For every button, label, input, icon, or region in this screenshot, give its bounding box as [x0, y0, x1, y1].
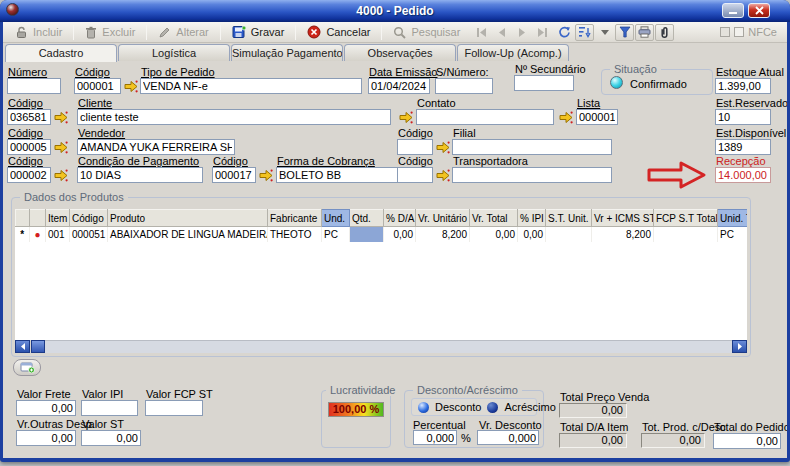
col-produto[interactable]: Produto	[108, 210, 268, 227]
condicao-pagamento-field[interactable]	[77, 167, 203, 183]
add-product-row-button[interactable]	[13, 359, 41, 376]
previous-record-button[interactable]	[492, 24, 511, 41]
cell-vr-unitario[interactable]: 8,200	[416, 227, 470, 242]
cell-qtd-selected[interactable]	[350, 227, 384, 242]
pesquisar-button[interactable]: Pesquisar	[385, 23, 468, 42]
lookup-icon[interactable]	[259, 169, 273, 182]
excluir-button[interactable]: Excluir	[77, 23, 143, 42]
vr-outras-desp-field[interactable]	[16, 430, 76, 446]
title-bar[interactable]: 4000 - Pedido	[0, 0, 790, 22]
col-st-unit[interactable]: S.T. Unit.	[546, 210, 592, 227]
tab-logistica[interactable]: Logística	[118, 44, 230, 61]
data-emissao-field[interactable]	[368, 78, 430, 94]
lookup-icon[interactable]	[54, 141, 68, 154]
cancelar-button[interactable]: Cancelar	[299, 23, 378, 42]
codigo-vendedor-field[interactable]	[7, 139, 51, 155]
cell-produto[interactable]: ABAIXADOR DE LINGUA MADEIRA C/100	[108, 227, 268, 242]
lookup-icon[interactable]	[399, 111, 413, 124]
forma-cobranca-field[interactable]	[276, 167, 404, 183]
codigo-cliente-field[interactable]	[7, 109, 51, 125]
lookup-icon[interactable]	[436, 169, 450, 182]
lookup-icon[interactable]	[54, 111, 68, 124]
lookup-icon[interactable]	[559, 111, 573, 124]
vr-desconto-field[interactable]	[477, 430, 539, 445]
lookup-icon[interactable]	[124, 80, 138, 93]
col-status[interactable]	[30, 210, 46, 227]
col-fcp-st-total[interactable]: FCP S.T Total	[654, 210, 718, 227]
cell-vr-icms-st[interactable]: 8,200	[592, 227, 654, 242]
recepcao-field[interactable]	[715, 167, 771, 183]
n-secundario-field[interactable]	[514, 75, 574, 91]
nfce-checkbox[interactable]	[720, 27, 730, 37]
est-reservado-field[interactable]	[715, 109, 771, 125]
grid-horizontal-scrollbar[interactable]	[15, 340, 747, 353]
col-perc-ipi[interactable]: % IPI	[518, 210, 546, 227]
valor-frete-field[interactable]	[16, 400, 76, 416]
cell-und[interactable]: PC	[322, 227, 350, 242]
nfce-secondary-checkbox[interactable]	[734, 27, 744, 37]
percentual-field[interactable]	[413, 430, 457, 445]
transportadora-field[interactable]	[452, 167, 612, 183]
scroll-thumb[interactable]	[31, 340, 45, 353]
tab-observacoes[interactable]: Observações	[344, 44, 456, 61]
codigo-filial-field[interactable]	[397, 139, 433, 155]
filial-field[interactable]	[452, 139, 612, 155]
print-button[interactable]	[635, 24, 654, 41]
col-und[interactable]: Und.	[322, 210, 350, 227]
col-qtd[interactable]: Qtd.	[350, 210, 384, 227]
vendedor-field[interactable]	[77, 139, 235, 155]
col-vr-total[interactable]: Vr. Total	[470, 210, 518, 227]
col-perc-da[interactable]: % D/A	[384, 210, 416, 227]
incluir-button[interactable]: Incluir	[7, 23, 70, 42]
alterar-button[interactable]: Alterar	[150, 23, 216, 42]
cell-vr-total[interactable]: 0,00	[470, 227, 518, 242]
scroll-track[interactable]	[45, 340, 732, 353]
cell-perc-da[interactable]: 0,00	[384, 227, 416, 242]
tab-cadastro[interactable]: Cadastro	[5, 44, 117, 62]
last-record-button[interactable]	[532, 24, 551, 41]
codigo-transportadora-field[interactable]	[397, 167, 433, 183]
desconto-radio[interactable]	[418, 402, 429, 413]
codigo-forma-field[interactable]	[212, 167, 256, 183]
codigo-pedido-field[interactable]	[74, 78, 121, 94]
col-fabricante[interactable]: Fabricante	[268, 210, 322, 227]
tab-simulacao-pagamento[interactable]: Simulação Pagamento	[231, 44, 343, 61]
scroll-left-button[interactable]	[15, 340, 30, 353]
total-pedido-field[interactable]	[713, 433, 781, 449]
cell-codigo[interactable]: 000051	[70, 227, 108, 242]
attachment-button[interactable]	[655, 24, 674, 41]
col-vr-icms-st[interactable]: Vr + ICMS ST	[592, 210, 654, 227]
col-vr-unitario[interactable]: Vr. Unitário	[416, 210, 470, 227]
valor-st-field[interactable]	[81, 430, 141, 446]
lista-field[interactable]	[576, 109, 618, 125]
col-row-marker[interactable]	[16, 210, 30, 227]
col-unid-trib[interactable]: Unid. Trib	[718, 210, 748, 227]
cell-st-unit[interactable]	[546, 227, 592, 242]
lookup-icon[interactable]	[436, 141, 450, 154]
cliente-field[interactable]	[77, 109, 391, 125]
filter-button[interactable]	[615, 24, 634, 41]
s-numero-field[interactable]	[435, 78, 493, 94]
estoque-atual-field[interactable]	[715, 78, 771, 94]
codigo-condicao-field[interactable]	[7, 167, 51, 183]
minimize-button[interactable]	[722, 3, 744, 18]
numero-field[interactable]	[7, 78, 61, 94]
first-record-button[interactable]	[472, 24, 491, 41]
cell-fcp-st-total[interactable]	[654, 227, 718, 242]
tipo-pedido-field[interactable]	[140, 78, 362, 94]
contato-field[interactable]	[416, 109, 554, 125]
valor-ipi-field[interactable]	[81, 400, 138, 416]
col-item[interactable]: Item	[46, 210, 70, 227]
valor-fcp-st-field[interactable]	[145, 400, 203, 416]
cell-unid-trib[interactable]: PC	[718, 227, 748, 242]
sort-dropdown-button[interactable]	[595, 24, 614, 41]
acrescimo-radio[interactable]	[487, 402, 498, 413]
lookup-icon[interactable]	[54, 169, 68, 182]
col-codigo[interactable]: Código	[70, 210, 108, 227]
cell-perc-ipi[interactable]: 0,00	[518, 227, 546, 242]
products-grid[interactable]: Item Código Produto Fabricante Und. Qtd.…	[15, 209, 747, 340]
next-record-button[interactable]	[512, 24, 531, 41]
close-button[interactable]	[748, 3, 770, 18]
product-row[interactable]: * ● 001 000051 ABAIXADOR DE LINGUA MADEI…	[16, 227, 748, 242]
scroll-right-button[interactable]	[732, 340, 747, 353]
